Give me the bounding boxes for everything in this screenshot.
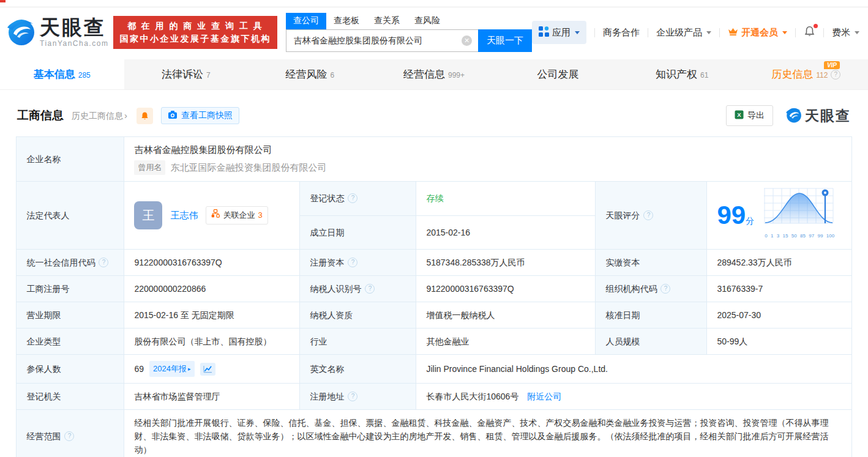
score-unit: 分 bbox=[746, 216, 754, 226]
table-row: 企业名称 吉林省金融控股集团股份有限公司 曾用名 东北亚国际金融投资集团股份有限… bbox=[17, 137, 851, 182]
search-tab-relation[interactable]: 查关系 bbox=[367, 13, 407, 29]
field-label-approval-date: 核准日期 bbox=[596, 302, 707, 329]
field-label-insured: 参保人数 bbox=[17, 355, 124, 384]
svg-text:X: X bbox=[737, 111, 741, 118]
bell-icon bbox=[140, 111, 149, 121]
brand-name: 天眼查 bbox=[40, 17, 108, 39]
business-scope-value: 经相关部门批准开展银行、证券、保险、信托、基金、担保、票据、金融租赁、科技金融、… bbox=[124, 410, 851, 457]
nav-enterprise-products[interactable]: 企业级产品 bbox=[656, 27, 711, 39]
business-snapshot-button[interactable]: 查看工商快照 bbox=[161, 107, 239, 124]
establish-date-value: 2015-02-16 bbox=[416, 215, 596, 250]
tab-count: 6 bbox=[331, 71, 335, 80]
search-tab-risk[interactable]: 查风险 bbox=[407, 13, 447, 29]
company-tabbar: 基本信息 285 法律诉讼 7 经营风险 6 经营信息 999+ 公司发展 知识… bbox=[0, 59, 868, 90]
business-term-value: 2015-02-16 至 无固定期限 bbox=[124, 302, 300, 329]
field-label-staff-size: 人员规模 bbox=[596, 329, 707, 355]
tab-label: 法律诉讼 bbox=[162, 67, 203, 81]
search-tab-company[interactable]: 查公司 bbox=[286, 13, 326, 29]
nav-user-menu[interactable]: 费米 bbox=[832, 27, 859, 39]
field-label-address: 注册地址 ? bbox=[300, 384, 416, 410]
subscribe-bell-button[interactable] bbox=[137, 108, 153, 124]
chevron-down-icon bbox=[706, 31, 711, 34]
tab-basic-info[interactable]: 基本信息 285 bbox=[0, 59, 124, 89]
help-icon[interactable]: ? bbox=[643, 210, 653, 220]
nav-open-vip[interactable]: 开通会员 bbox=[728, 27, 787, 39]
staff-size-value: 50-99人 bbox=[707, 329, 851, 355]
help-icon[interactable]: ? bbox=[348, 258, 357, 267]
export-button[interactable]: X 导出 bbox=[726, 105, 773, 126]
history-business-info-link[interactable]: 历史工商信息› bbox=[72, 110, 127, 122]
field-label-score: 天眼评分 ? bbox=[596, 182, 707, 250]
paid-capital-value: 289452.33万人民币 bbox=[707, 250, 851, 276]
score-axis-labels: 0131550859799100 bbox=[764, 229, 835, 243]
help-icon[interactable]: ? bbox=[348, 392, 357, 401]
nav-cooperation[interactable]: 商务合作 bbox=[603, 27, 640, 39]
table-row: 法定代表人 王 王志伟 关联企业 3 bbox=[17, 182, 851, 216]
field-label-reg-authority: 登记机关 bbox=[17, 384, 124, 410]
camera-icon bbox=[168, 110, 178, 121]
tab-operation-info[interactable]: 经营信息 999+ bbox=[372, 59, 496, 89]
excel-icon: X bbox=[735, 110, 744, 121]
nav-divider bbox=[719, 28, 720, 37]
company-type-value: 股份有限公司（非上市、国有控股） bbox=[124, 329, 300, 355]
field-label-business-term: 营业期限 bbox=[17, 302, 124, 329]
reg-capital-value: 5187348.285338万人民币 bbox=[416, 250, 596, 276]
tab-operation-risk[interactable]: 经营风险 6 bbox=[248, 59, 372, 89]
field-label-business-scope: 经营范围 ? bbox=[17, 410, 124, 457]
header-nav: 应用 商务合作 企业级产品 开通会员 bbox=[532, 21, 859, 44]
table-row: 企业类型 股份有限公司（非上市、国有控股） 行业 其他金融业 人员规模 50-9… bbox=[17, 329, 851, 355]
tab-label: 公司发展 bbox=[537, 67, 579, 81]
apps-grid-icon bbox=[539, 26, 549, 39]
help-icon[interactable]: ? bbox=[831, 70, 840, 80]
help-icon[interactable]: ? bbox=[348, 193, 357, 203]
field-label-reg-capital: 注册资本 ? bbox=[300, 250, 416, 276]
notification-dot bbox=[814, 24, 818, 28]
score-value: 99 bbox=[717, 201, 746, 229]
notification-bell-icon[interactable] bbox=[804, 26, 815, 39]
related-companies-chip[interactable]: 关联企业 3 bbox=[206, 206, 268, 225]
annual-report-badge[interactable]: 2024年报▸ bbox=[149, 361, 194, 377]
clear-search-icon[interactable]: ✕ bbox=[462, 35, 472, 46]
field-label-reg-status: 登记状态 ? bbox=[300, 182, 416, 216]
field-label-credit-code: 统一社会信用代码 ? bbox=[17, 250, 124, 276]
former-name-value: 东北亚国际金融投资集团股份有限公司 bbox=[170, 161, 326, 174]
table-row: 统一社会信用代码 ? 91220000316763397Q 注册资本 ? 518… bbox=[17, 250, 851, 276]
nearby-companies-link[interactable]: 附近公司 bbox=[527, 392, 561, 401]
search-tab-boss[interactable]: 查老板 bbox=[326, 13, 367, 29]
help-icon[interactable]: ? bbox=[64, 431, 74, 441]
nav-divider bbox=[648, 28, 648, 37]
help-icon[interactable]: ? bbox=[99, 258, 108, 267]
section-header: 工商信息 历史工商信息› 查看工商快照 X 导 bbox=[0, 90, 868, 136]
taxpayer-quality-value: 增值税一般纳税人 bbox=[416, 302, 596, 329]
help-icon[interactable]: ? bbox=[660, 284, 670, 294]
field-label-english-name: 英文名称 bbox=[300, 355, 416, 384]
credit-code-value: 91220000316763397Q bbox=[124, 250, 300, 276]
tianyan-score[interactable]: 99分 bbox=[717, 188, 841, 243]
vip-badge: VIP bbox=[824, 61, 840, 69]
nav-cooperation-label: 商务合作 bbox=[603, 27, 640, 39]
search-button[interactable]: 天眼一下 bbox=[478, 29, 532, 52]
field-label-company-type: 企业类型 bbox=[17, 329, 124, 355]
screen-corner-artifact bbox=[0, 0, 6, 2]
search-input[interactable] bbox=[286, 29, 478, 52]
slogan-banner: 都 在 用 的 商 业 查 询 工 具 国家中小企业发展子基金旗下机构 bbox=[113, 16, 277, 49]
tab-company-development[interactable]: 公司发展 bbox=[496, 59, 620, 89]
table-row: 经营范围 ? 经相关部门批准开展银行、证券、保险、信托、基金、担保、票据、金融租… bbox=[17, 410, 851, 457]
search-tabs: 查公司 查老板 查关系 查风险 bbox=[286, 13, 532, 29]
tab-count: 7 bbox=[206, 71, 211, 80]
insured-trend-icon[interactable] bbox=[200, 363, 215, 376]
tianyancha-logo[interactable]: 天眼查 TianYanCha.com bbox=[6, 17, 108, 48]
tab-intellectual-property[interactable]: 知识产权 61 bbox=[620, 59, 744, 89]
nav-apps[interactable]: 应用 bbox=[532, 21, 586, 44]
legal-rep-name-link[interactable]: 王志伟 bbox=[170, 209, 198, 222]
chevron-right-icon: › bbox=[124, 110, 127, 121]
tab-history-info[interactable]: VIP 历史信息 112 ? bbox=[744, 59, 868, 89]
tab-legal-litigation[interactable]: 法律诉讼 7 bbox=[124, 59, 249, 89]
help-icon[interactable]: ? bbox=[365, 284, 375, 294]
org-code-value: 31676339-7 bbox=[707, 276, 851, 302]
tab-count: 112 bbox=[816, 71, 828, 80]
snapshot-button-label: 查看工商快照 bbox=[181, 110, 233, 121]
tab-count: 61 bbox=[700, 71, 708, 80]
legal-rep-avatar[interactable]: 王 bbox=[134, 201, 162, 229]
nav-divider bbox=[795, 28, 796, 37]
